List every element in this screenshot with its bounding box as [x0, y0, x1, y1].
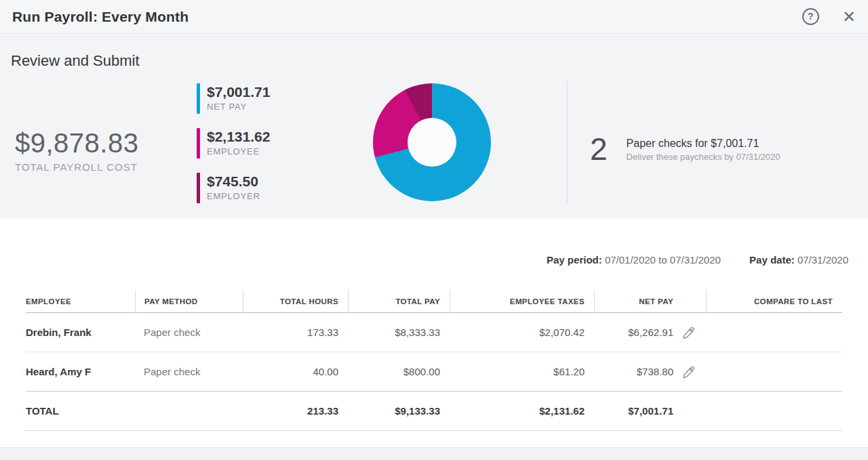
col-header-employee-taxes: EMPLOYEE TAXES — [450, 290, 594, 312]
total-hours: 173.33 — [243, 327, 348, 338]
col-header-total-hours: TOTAL HOURS — [243, 290, 348, 312]
net-pay: $738.80 — [637, 366, 673, 377]
pay-method: Paper check — [135, 327, 243, 338]
total-payroll-label: TOTAL PAYROLL COST — [15, 161, 138, 173]
total-hours-sum: 213.33 — [243, 405, 348, 417]
total-label: TOTAL — [26, 405, 135, 417]
legend-amount: $745.50 — [207, 173, 260, 190]
chart-legend: $7,001.71 NET PAY $2,131.62 EMPLOYEE $74… — [197, 83, 270, 217]
col-header-total-pay: TOTAL PAY — [348, 290, 450, 312]
edit-paycheck-button[interactable] — [682, 364, 696, 379]
total-pay: $8,333.33 — [348, 327, 450, 338]
help-button[interactable]: ? — [802, 8, 819, 25]
pay-date-label: Pay date: — [749, 254, 795, 266]
table-header-row: EMPLOYEE PAY METHOD TOTAL HOURS TOTAL PA… — [26, 290, 842, 313]
review-summary-section: Review and Submit $9,878.83 TOTAL PAYROL… — [0, 35, 868, 218]
col-header-compare-to-last: COMPARE TO LAST — [706, 290, 842, 312]
footer-strip — [0, 447, 868, 460]
employee-name: Drebin, Frank — [26, 327, 135, 338]
legend-amount: $2,131.62 — [207, 128, 270, 146]
pay-method: Paper check — [135, 366, 243, 377]
total-pay-sum: $9,133.33 — [348, 405, 450, 417]
run-payroll-dialog: Run Payroll: Every Month ? ✕ Review and … — [0, 0, 868, 460]
dialog-header: Run Payroll: Every Month ? ✕ — [0, 0, 868, 34]
page-title: Review and Submit — [11, 52, 140, 70]
legend-amount: $7,001.71 — [207, 83, 270, 101]
legend-label: EMPLOYER — [207, 191, 260, 201]
dialog-title: Run Payroll: Every Month — [12, 9, 189, 25]
legend-item-net-pay: $7,001.71 NET PAY — [197, 83, 270, 114]
legend-swatch-net-pay — [197, 83, 200, 114]
paychecks-info: 2 Paper checks for $7,001.71 Deliver the… — [590, 133, 781, 165]
table-total-row: TOTAL 213.33 $9,133.33 $2,131.62 $7,001.… — [26, 392, 842, 430]
employee-taxes: $2,070.42 — [450, 327, 594, 338]
col-header-pay-method: PAY METHOD — [135, 290, 243, 312]
paychecks-count: 2 — [590, 133, 608, 165]
col-header-employee: EMPLOYEE — [26, 290, 135, 312]
paychecks-line2: Deliver these paychecks by 07/31/2020 — [627, 152, 781, 162]
help-icon: ? — [802, 8, 819, 25]
paychecks-line1: Paper checks for $7,001.71 — [627, 138, 781, 150]
net-pay: $6,262.91 — [628, 327, 673, 338]
total-payroll-amount: $9,878.83 — [15, 128, 138, 159]
table-row: Heard, Amy F Paper check 40.00 $800.00 $… — [26, 352, 842, 392]
legend-item-employee: $2,131.62 EMPLOYEE — [197, 128, 270, 159]
edit-pencil-icon — [682, 364, 696, 379]
table-row: Drebin, Frank Paper check 173.33 $8,333.… — [26, 313, 842, 352]
pay-info-line: Pay period: 07/01/2020 to 07/31/2020 Pay… — [547, 254, 848, 266]
legend-swatch-employer — [197, 173, 200, 203]
legend-item-employer: $745.50 EMPLOYER — [197, 173, 270, 203]
total-hours: 40.00 — [243, 366, 348, 377]
close-icon: ✕ — [842, 9, 856, 25]
col-header-net-pay: NET PAY — [594, 290, 706, 312]
close-button[interactable]: ✕ — [819, 9, 856, 25]
pay-period-label: Pay period: — [547, 254, 602, 266]
employee-name: Heard, Amy F — [26, 366, 135, 377]
summary-divider — [567, 81, 568, 204]
payroll-donut-chart — [373, 83, 491, 201]
legend-swatch-employee — [197, 128, 200, 159]
payroll-table: EMPLOYEE PAY METHOD TOTAL HOURS TOTAL PA… — [26, 290, 842, 431]
edit-paycheck-button[interactable] — [682, 325, 696, 340]
legend-label: NET PAY — [207, 102, 270, 112]
total-pay: $800.00 — [348, 366, 450, 377]
legend-label: EMPLOYEE — [207, 146, 270, 156]
payroll-table-section: Pay period: 07/01/2020 to 07/31/2020 Pay… — [0, 218, 868, 447]
net-pay-sum: $7,001.71 — [628, 405, 673, 417]
employee-taxes: $61.20 — [450, 366, 594, 377]
edit-pencil-icon — [682, 325, 696, 340]
pay-date-value: 07/31/2020 — [797, 254, 848, 266]
pay-period-value: 07/01/2020 to 07/31/2020 — [605, 254, 721, 266]
employee-taxes-sum: $2,131.62 — [450, 405, 594, 417]
total-payroll-cost: $9,878.83 TOTAL PAYROLL COST — [15, 128, 138, 173]
